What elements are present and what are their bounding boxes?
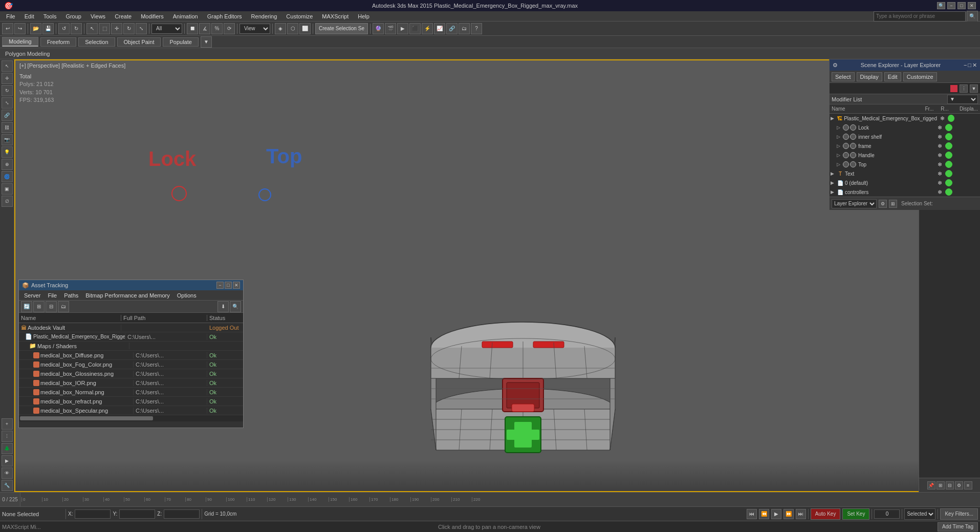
at-sort-button[interactable]: ⬇ bbox=[217, 301, 229, 312]
at-collapse-button[interactable]: ⊟ bbox=[46, 301, 57, 312]
se-item-top[interactable]: ▷ Top ❄ bbox=[830, 160, 980, 169]
at-expand-button[interactable]: ⊞ bbox=[33, 301, 45, 312]
asset-browser-button[interactable]: 🗂 bbox=[459, 23, 470, 34]
quick-render-button[interactable]: ⚡ bbox=[422, 23, 433, 34]
select-region-button[interactable]: ⬚ bbox=[99, 23, 110, 34]
menu-customize[interactable]: Customize bbox=[282, 12, 317, 20]
lt-link-button[interactable]: 🔗 bbox=[2, 110, 13, 121]
rp-expand-button[interactable]: ⊞ bbox=[937, 481, 945, 490]
tab-selection[interactable]: Selection bbox=[78, 37, 115, 47]
at-row-main-file[interactable]: 📄 Plastic_Medical_Emergency_Box_Rigged_m… bbox=[19, 332, 243, 342]
lt-create-button[interactable]: + bbox=[2, 418, 13, 430]
lt-modify-button[interactable]: ⋮ bbox=[2, 431, 13, 442]
create-selection-button[interactable]: Create Selection Se bbox=[315, 23, 368, 34]
view-dropdown[interactable]: View bbox=[239, 24, 270, 34]
at-menu-paths[interactable]: Paths bbox=[61, 292, 81, 299]
menu-help[interactable]: Help bbox=[354, 12, 374, 20]
add-time-tag-button[interactable]: Add Time Tag bbox=[938, 522, 978, 531]
filter-dropdown[interactable]: All bbox=[151, 24, 182, 34]
menu-animation[interactable]: Animation bbox=[169, 12, 202, 20]
go-start-button[interactable]: ⏮ bbox=[747, 509, 757, 519]
redo2-button[interactable]: ↻ bbox=[71, 23, 82, 34]
menu-views[interactable]: Views bbox=[86, 12, 110, 20]
angle-snap-button[interactable]: ∡ bbox=[199, 23, 210, 34]
menu-maxscript[interactable]: MAXScript bbox=[318, 12, 353, 20]
se-sort-button[interactable]: ⋮ bbox=[960, 84, 968, 93]
layer-explorer-dropdown[interactable]: Layer Explorer bbox=[832, 199, 877, 208]
percent-snap-button[interactable]: % bbox=[211, 23, 223, 34]
rp-more-button[interactable]: ≡ bbox=[964, 481, 972, 490]
go-end-button[interactable]: ⏭ bbox=[796, 509, 806, 519]
modifier-list-dropdown[interactable]: ▼ bbox=[947, 95, 978, 104]
rp-collapse-button[interactable]: ⊟ bbox=[946, 481, 954, 490]
at-horizontal-scrollbar[interactable] bbox=[19, 415, 243, 421]
se-item-handle[interactable]: ▷ Handle ❄ bbox=[830, 151, 980, 160]
move-button[interactable]: ✛ bbox=[111, 23, 122, 34]
se-item-root[interactable]: ▶ 🏗 Plastic_Medical_Emergency_Box_rigged… bbox=[830, 114, 980, 123]
at-row-vault[interactable]: 🏛 Autodesk Vault Logged Out bbox=[19, 323, 243, 332]
open-file-button[interactable]: 📂 bbox=[30, 23, 41, 34]
curve-editor-button[interactable]: 📈 bbox=[434, 23, 445, 34]
at-row-refract[interactable]: medical_box_refract.png C:\Users\... Ok bbox=[19, 397, 243, 406]
at-row-normal[interactable]: medical_box_Normal.png C:\Users\... Ok bbox=[19, 388, 243, 397]
menu-modifiers[interactable]: Modifiers bbox=[137, 12, 168, 20]
material-editor-button[interactable]: 🔮 bbox=[373, 23, 384, 34]
menu-tools[interactable]: Tools bbox=[39, 12, 61, 20]
se-maximize-button[interactable]: □ bbox=[968, 62, 971, 69]
at-row-fog[interactable]: medical_box_Fog_Color.png C:\Users\... O… bbox=[19, 360, 243, 369]
current-frame-input[interactable] bbox=[874, 509, 900, 519]
at-refresh-button[interactable]: 🔄 bbox=[21, 301, 32, 312]
scale-button[interactable]: ⤡ bbox=[136, 23, 147, 34]
se-tab-display[interactable]: Display bbox=[857, 72, 882, 81]
se-item-lock[interactable]: ▷ Lock ❄ bbox=[830, 123, 980, 132]
close-button[interactable]: ✕ bbox=[968, 2, 976, 9]
se-tab-select[interactable]: Select bbox=[832, 72, 855, 81]
se-search-input[interactable] bbox=[832, 86, 948, 92]
prev-frame-button[interactable]: ⏪ bbox=[759, 509, 769, 519]
y-coord-input[interactable]: 16,675cm bbox=[119, 509, 155, 519]
save-file-button[interactable]: 💾 bbox=[42, 23, 54, 34]
at-menu-file[interactable]: File bbox=[45, 292, 60, 299]
at-view-button[interactable]: 🗂 bbox=[58, 301, 69, 312]
se-close-button[interactable]: ✕ bbox=[972, 62, 977, 69]
render-type-button[interactable]: ◈ bbox=[275, 23, 286, 34]
undo2-button[interactable]: ↺ bbox=[58, 23, 70, 34]
at-row-specular[interactable]: medical_box_Specular.png C:\Users\... Ok bbox=[19, 406, 243, 415]
lt-helpers-button[interactable]: ⊕ bbox=[2, 159, 13, 170]
redo-button[interactable]: ↪ bbox=[14, 23, 26, 34]
schematic-view-button[interactable]: 🔗 bbox=[446, 23, 458, 34]
maximize-button[interactable]: □ bbox=[957, 2, 966, 9]
spinner-snap-button[interactable]: ⟳ bbox=[224, 23, 235, 34]
minimize-button[interactable]: − bbox=[947, 2, 955, 9]
se-filter-button[interactable]: ▼ bbox=[970, 84, 978, 93]
lt-space-warps-button[interactable]: 🌀 bbox=[2, 171, 13, 182]
lt-hierarchy-button[interactable]: 🌲 bbox=[2, 443, 13, 454]
lt-unlink-button[interactable]: ⛓ bbox=[2, 122, 13, 133]
lt-selection-filter-button[interactable]: ▣ bbox=[2, 183, 13, 195]
selected-dropdown[interactable]: Selected bbox=[904, 508, 935, 520]
menu-create[interactable]: Create bbox=[111, 12, 136, 20]
at-close-button[interactable]: ✕ bbox=[233, 282, 240, 289]
se-minimize-button[interactable]: − bbox=[964, 62, 967, 69]
lt-none-button[interactable]: ∅ bbox=[2, 196, 13, 207]
at-row-ior[interactable]: medical_box_IOR.png C:\Users\... Ok bbox=[19, 378, 243, 388]
select-button[interactable]: ↖ bbox=[86, 23, 98, 34]
lt-scale-button[interactable]: ⤡ bbox=[2, 97, 13, 109]
at-menu-server[interactable]: Server bbox=[21, 292, 43, 299]
x-coord-input[interactable]: 10,014cm bbox=[75, 509, 111, 519]
key-filters-button[interactable]: Key Filters... bbox=[940, 508, 978, 520]
se-item-controllers[interactable]: ▶ 📄 controllers ❄ bbox=[830, 187, 980, 197]
set-key-button[interactable]: Set Key bbox=[842, 508, 869, 520]
help-button[interactable]: ? bbox=[471, 23, 482, 34]
at-row-diffuse[interactable]: medical_box_Diffuse.png C:\Users\... Ok bbox=[19, 351, 243, 360]
at-scrollbar-thumb[interactable] bbox=[20, 416, 153, 420]
search-input[interactable] bbox=[874, 11, 966, 22]
menu-edit[interactable]: Edit bbox=[20, 12, 38, 20]
play-button[interactable]: ▶ bbox=[771, 509, 781, 519]
lt-rotate-button[interactable]: ↻ bbox=[2, 85, 13, 96]
at-row-glossiness[interactable]: medical_box_Glossiness.png C:\Users\... … bbox=[19, 369, 243, 378]
next-frame-button[interactable]: ⏩ bbox=[783, 509, 794, 519]
at-filter-button[interactable]: 🔍 bbox=[230, 301, 241, 312]
lt-light-button[interactable]: 💡 bbox=[2, 146, 13, 158]
lt-display-button[interactable]: 👁 bbox=[2, 467, 13, 479]
